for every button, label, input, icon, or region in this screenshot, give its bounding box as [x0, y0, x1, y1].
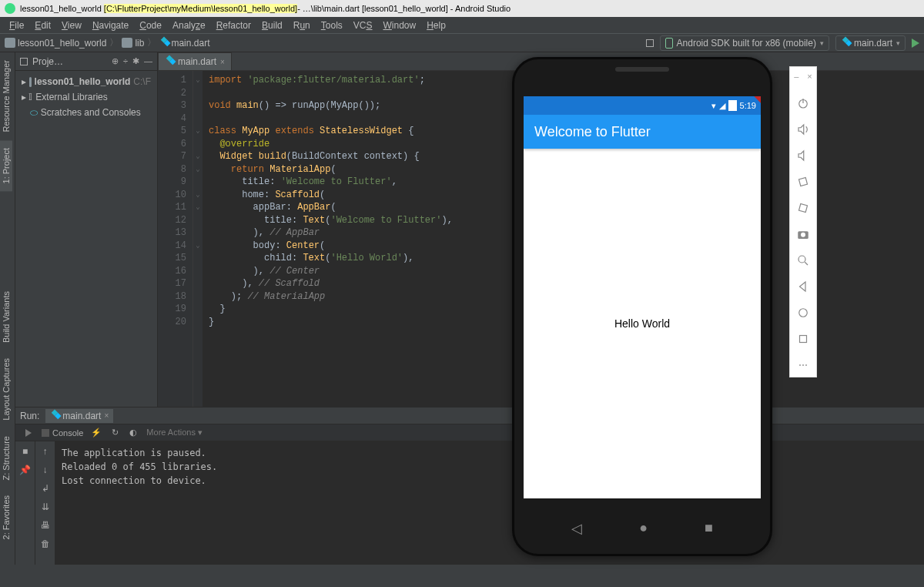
menu-navigate[interactable]: Navigate [88, 18, 133, 32]
emulator-window[interactable]: ▾ ◢ 5:19 DEBUG Welcome to Flutter Hello … [512, 57, 782, 565]
breadcrumb: lesson01_hello_world 〉 lib 〉 main.dart [5, 36, 209, 49]
up-icon[interactable]: ↑ [40, 446, 51, 457]
console-tab[interactable]: Console [42, 428, 83, 438]
app-body: Hello World [524, 149, 761, 498]
breadcrumb-project[interactable]: lesson01_hello_world [5, 38, 106, 49]
menu-tools[interactable]: Tools [316, 18, 347, 32]
tree-external-libs[interactable]: ▸ 𝕀 External Libraries [18, 89, 154, 105]
menu-window[interactable]: Window [378, 18, 420, 32]
line-gutter: 1234567891011121314151617181920 [158, 71, 193, 407]
menu-bar: File Edit View Navigate Code Analyze Ref… [0, 17, 924, 34]
android-status-bar: ▾ ◢ 5:19 DEBUG [524, 96, 761, 115]
grid-icon[interactable] [646, 39, 654, 47]
hide-icon[interactable]: — [144, 56, 152, 66]
breadcrumb-folder[interactable]: lib [122, 38, 144, 49]
back-button[interactable]: ◁ [571, 520, 582, 537]
zoom-icon[interactable] [796, 253, 810, 267]
main-area: Proje… ⊕ ÷ ✱ — ▸ lesson01_hello_world C:… [15, 52, 924, 407]
code-area[interactable]: import 'package:flutter/material.dart'; … [203, 71, 453, 407]
svg-marker-10 [800, 282, 806, 291]
tab-build-variants[interactable]: Build Variants [0, 283, 12, 351]
project-tree[interactable]: ▸ lesson01_hello_world C:\F ▸ 𝕀 External… [15, 71, 157, 123]
device-frame: ▾ ◢ 5:19 DEBUG Welcome to Flutter Hello … [512, 57, 772, 556]
svg-marker-3 [798, 151, 804, 160]
rerun-icon[interactable] [23, 428, 34, 438]
menu-vcs[interactable]: VCS [349, 18, 377, 32]
signal-icon: ◢ [719, 101, 725, 111]
close-tab-icon[interactable]: × [220, 58, 225, 66]
project-panel-header: Proje… ⊕ ÷ ✱ — [15, 52, 157, 71]
down-icon[interactable]: ↓ [40, 465, 51, 475]
folder-icon [122, 38, 132, 48]
devtools-icon[interactable]: ◐ [128, 428, 139, 438]
collapse-icon[interactable]: ÷ [123, 56, 128, 66]
run-tab-config[interactable]: main.dart× [45, 409, 113, 423]
restart-icon[interactable]: ↻ [109, 428, 120, 438]
close-icon[interactable]: × [807, 72, 812, 81]
dart-icon [839, 36, 852, 49]
svg-line-9 [805, 262, 808, 265]
hot-reload-icon[interactable]: ⚡ [91, 428, 102, 438]
emu-back-icon[interactable] [796, 280, 810, 294]
tree-project-root[interactable]: ▸ lesson01_hello_world C:\F [18, 74, 154, 89]
scroll-icon[interactable]: ⇊ [40, 501, 51, 512]
menu-view[interactable]: View [57, 18, 86, 32]
menu-run[interactable]: Run [289, 18, 315, 32]
dart-icon [163, 55, 176, 69]
expand-icon[interactable]: ⊕ [112, 56, 119, 66]
menu-code[interactable]: Code [135, 18, 166, 32]
console-output[interactable]: The application is paused. Reloaded 0 of… [55, 441, 924, 565]
overview-button[interactable]: ■ [705, 520, 713, 537]
emu-overview-icon[interactable] [796, 332, 810, 346]
tab-structure[interactable]: Z: Structure [0, 428, 12, 488]
breadcrumb-file[interactable]: main.dart [159, 38, 209, 49]
volume-up-icon[interactable] [796, 122, 810, 136]
wrap-icon[interactable]: ↲ [40, 483, 51, 494]
tree-scratches[interactable]: ⬭ Scratches and Consoles [18, 105, 154, 120]
tab-project[interactable]: 1: Project [0, 140, 12, 191]
rotate-right-icon[interactable] [796, 201, 810, 215]
android-nav-buttons[interactable]: ◁ ● ■ [514, 520, 770, 537]
menu-refactor[interactable]: Refactor [212, 18, 256, 32]
print-icon[interactable]: 🖶 [40, 520, 51, 531]
device-selector[interactable]: Android SDK built for x86 (mobile) [660, 35, 829, 51]
speaker-grille [615, 67, 669, 72]
gear-icon[interactable]: ✱ [132, 56, 139, 66]
title-project: lesson01_hello_world [20, 4, 102, 13]
project-panel: Proje… ⊕ ÷ ✱ — ▸ lesson01_hello_world C:… [15, 52, 158, 407]
fold-gutter[interactable]: ⌄⌄⌄⌄⌄⌄ ⌄ [193, 71, 203, 407]
svg-rect-5 [798, 203, 807, 212]
project-view-icon[interactable] [20, 58, 28, 65]
camera-icon[interactable] [796, 227, 810, 241]
tab-layout-captures[interactable]: Layout Captures [0, 351, 12, 428]
emu-more-icon[interactable]: ⋯ [796, 358, 810, 372]
more-actions[interactable]: More Actions ▾ [146, 428, 203, 438]
title-path: [C:\FlutterProject\myMedium\lesson01_hel… [104, 4, 297, 13]
run-button[interactable] [912, 39, 919, 48]
stop-icon[interactable]: ■ [20, 446, 31, 457]
menu-help[interactable]: Help [422, 18, 450, 32]
svg-point-8 [798, 256, 805, 263]
tab-favorites[interactable]: 2: Favorites [0, 488, 12, 547]
home-button[interactable]: ● [639, 520, 648, 537]
pin-icon[interactable]: 📌 [20, 465, 31, 475]
app-bar: Welcome to Flutter [524, 115, 761, 149]
power-icon[interactable] [796, 96, 810, 110]
svg-rect-4 [798, 177, 807, 186]
tab-resource-manager[interactable]: Resource Manager [0, 52, 12, 140]
titlebar: lesson01_hello_world [C:\FlutterProject\… [0, 0, 924, 17]
trash-icon[interactable]: 🗑 [40, 538, 51, 549]
emu-home-icon[interactable] [796, 306, 810, 320]
volume-down-icon[interactable] [796, 149, 810, 163]
run-config-selector[interactable]: main.dart [835, 35, 906, 51]
emulator-toolbar: –× ⋯ [789, 66, 817, 377]
editor-tab-main[interactable]: main.dart× [158, 52, 232, 70]
minimize-icon[interactable]: – [794, 72, 798, 81]
device-screen[interactable]: ▾ ◢ 5:19 DEBUG Welcome to Flutter Hello … [524, 96, 761, 498]
menu-analyze[interactable]: Analyze [168, 18, 210, 32]
rotate-left-icon[interactable] [796, 175, 810, 189]
menu-file[interactable]: File [5, 18, 28, 32]
nav-bar: lesson01_hello_world 〉 lib 〉 main.dart A… [0, 34, 924, 52]
menu-edit[interactable]: Edit [30, 18, 55, 32]
menu-build[interactable]: Build [257, 18, 287, 32]
